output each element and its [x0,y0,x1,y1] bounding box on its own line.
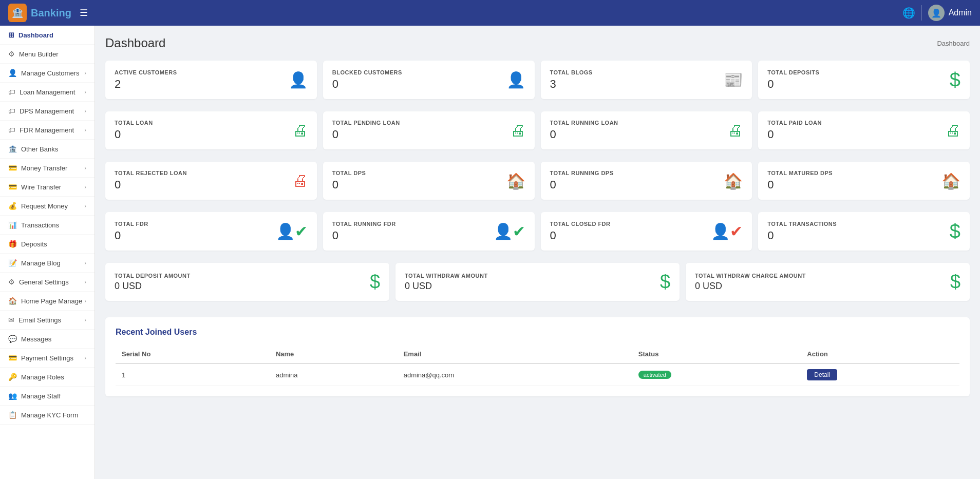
sidebar-icon-deposits: 🎁 [8,240,17,248]
stat-card-total-running-loan: TOTAL RUNNING LOAN 0 🖨 [541,111,752,149]
stat-label: TOTAL DPS [332,170,366,176]
sidebar-item-manage-customers[interactable]: 👤 Manage Customers › [0,64,95,83]
stat-info: TOTAL PAID LOAN 0 [767,120,822,141]
sidebar-item-manage-roles[interactable]: 🔑 Manage Roles [0,368,95,387]
bottom-stat-value: 0 USD [115,281,191,292]
sidebar-item-transactions[interactable]: 📊 Transactions [0,216,95,235]
recent-users-title: Recent Joined Users [116,328,959,337]
sidebar-icon-manage-staff: 👥 [8,392,17,400]
sidebar-icon-home-page-manage: 🏠 [8,297,17,305]
stat-label: TOTAL MATURED DPS [767,170,833,176]
sidebar-item-manage-blog[interactable]: 📝 Manage Blog › [0,254,95,273]
breadcrumb: Dashboard [937,40,970,47]
stat-icon: 👤✔ [711,222,743,240]
sidebar-label-manage-kyc: Manage KYC Form [21,411,78,419]
status-badge: activated [638,371,671,379]
hamburger-button[interactable]: ☰ [80,7,88,18]
stat-icon: 👤 [506,71,525,89]
sidebar-item-fdr-management[interactable]: 🏷 FDR Management › [0,121,95,140]
stat-value: 0 [115,229,148,242]
stat-card-total-running-dps: TOTAL RUNNING DPS 0 🏠 [541,162,752,200]
globe-icon[interactable]: 🌐 [902,7,915,19]
sidebar-icon-fdr-management: 🏷 [8,126,15,134]
sidebar-label-money-transfer: Money Transfer [21,164,67,172]
sidebar-label-wire-transfer: Wire Transfer [21,183,61,191]
stat-label: TOTAL PAID LOAN [767,120,822,126]
col-header-status: Status [632,345,801,363]
sidebar-item-deposits[interactable]: 🎁 Deposits [0,235,95,254]
sidebar-item-dashboard[interactable]: ⊞ Dashboard [0,26,95,45]
bottom-stat-info: TOTAL DEPOSIT AMOUNT 0 USD [115,273,191,292]
chevron-icon-dps-management: › [84,108,86,114]
stat-label: TOTAL REJECTED LOAN [115,170,187,176]
brand-icon: 🏦 [8,4,27,22]
stat-card-blocked-customers: BLOCKED CUSTOMERS 0 👤 [323,61,535,99]
sidebar-item-messages[interactable]: 💬 Messages [0,330,95,349]
chevron-icon-payment-settings: › [84,355,86,361]
bottom-stats-container: TOTAL DEPOSIT AMOUNT 0 USD $ TOTAL WITHD… [105,263,970,317]
col-header-name: Name [270,345,398,363]
stat-icon: $ [950,69,960,91]
col-header-serial-no: Serial No [116,345,270,363]
stat-label: ACTIVE CUSTOMERS [115,69,177,75]
sidebar-item-menu-builder[interactable]: ⚙ Menu Builder [0,45,95,64]
sidebar-item-dps-management[interactable]: 🏷 DPS Management › [0,102,95,121]
sidebar-item-money-transfer[interactable]: 💳 Money Transfer › [0,159,95,178]
sidebar-item-other-banks[interactable]: 🏦 Other Banks [0,140,95,159]
sidebar-label-fdr-management: FDR Management [20,126,74,134]
sidebar-item-wire-transfer[interactable]: 💳 Wire Transfer › [0,178,95,197]
sidebar-item-payment-settings[interactable]: 💳 Payment Settings › [0,349,95,368]
bottom-stat-card-total-withdraw-charge-amount: TOTAL WITHDRAW CHARGE AMOUNT 0 USD $ [686,263,970,301]
brand: 🏦 Banking [8,4,71,22]
sidebar-label-messages: Messages [21,335,51,343]
stat-card-total-pending-loan: TOTAL PENDING LOAN 0 🖨 [323,111,535,149]
detail-button[interactable]: Detail [807,369,837,380]
sidebar-label-general-settings: General Settings [19,278,69,286]
sidebar-icon-request-money: 💰 [8,202,17,210]
col-header-email: Email [398,345,632,363]
sidebar-item-manage-kyc[interactable]: 📋 Manage KYC Form [0,406,95,425]
sidebar-label-manage-customers: Manage Customers [21,69,79,77]
sidebar-item-manage-staff[interactable]: 👥 Manage Staff [0,387,95,406]
brand-name: Banking [31,7,71,19]
sidebar-item-general-settings[interactable]: ⚙ General Settings › [0,273,95,292]
stats-grid: TOTAL REJECTED LOAN 0 🖨 TOTAL DPS 0 🏠 TO… [105,162,970,200]
sidebar-label-manage-staff: Manage Staff [21,392,61,400]
sidebar-item-request-money[interactable]: 💰 Request Money › [0,197,95,216]
bottom-stat-icon: $ [660,271,670,293]
sidebar-icon-menu-builder: ⚙ [8,50,15,58]
sidebar-item-email-settings[interactable]: ✉ Email Settings › [0,311,95,330]
bottom-stats-grid: TOTAL DEPOSIT AMOUNT 0 USD $ TOTAL WITHD… [105,263,970,301]
stat-value: 2 [115,78,177,91]
stat-icon: 🖨 [510,122,525,139]
cell-email: admina@qq.com [398,363,632,386]
sidebar-item-home-page-manage[interactable]: 🏠 Home Page Manage › [0,292,95,311]
sidebar-icon-manage-roles: 🔑 [8,373,17,381]
stat-value: 0 [767,229,837,242]
stat-icon: 📰 [724,71,743,89]
sidebar-icon-manage-customers: 👤 [8,69,17,77]
bottom-stat-value: 0 USD [695,281,806,292]
stat-icon: 👤 [289,71,308,89]
stat-label: TOTAL CLOSED FDR [550,221,611,227]
bottom-stat-card-total-withdraw-amount: TOTAL WITHDRAW AMOUNT 0 USD $ [395,263,680,301]
stat-label: TOTAL LOAN [115,120,153,126]
stat-value: 0 [767,78,819,91]
stat-label: TOTAL RUNNING FDR [332,221,396,227]
cell-action[interactable]: Detail [801,363,959,386]
stats-grid: TOTAL FDR 0 👤✔ TOTAL RUNNING FDR 0 👤✔ TO… [105,212,970,251]
sidebar-icon-other-banks: 🏦 [8,145,17,153]
chevron-icon-money-transfer: › [84,165,86,171]
table-row: 1 admina admina@qq.com activated Detail [116,363,959,386]
stat-label: TOTAL DEPOSITS [767,69,819,75]
chevron-icon-home-page-manage: › [84,298,86,304]
sidebar-icon-transactions: 📊 [8,221,17,229]
sidebar-label-menu-builder: Menu Builder [19,50,59,58]
stats-grid: TOTAL LOAN 0 🖨 TOTAL PENDING LOAN 0 🖨 TO… [105,111,970,149]
bottom-stat-label: TOTAL WITHDRAW CHARGE AMOUNT [695,273,806,279]
users-table: Serial NoNameEmailStatusAction 1 admina … [116,345,959,386]
sidebar-icon-dps-management: 🏷 [8,107,15,115]
stat-label: TOTAL RUNNING DPS [550,170,614,176]
cell-status: activated [632,363,801,386]
sidebar-item-loan-management[interactable]: 🏷 Loan Management › [0,83,95,102]
